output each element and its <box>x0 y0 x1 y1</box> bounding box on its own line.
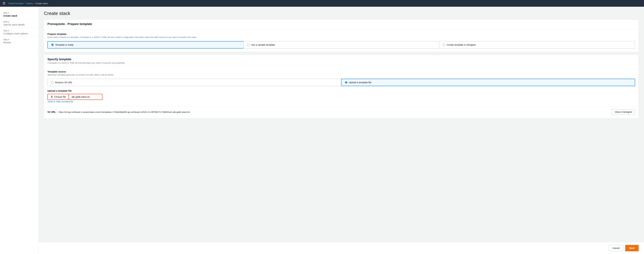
file-name-display: alb-gwlb-stack.txt <box>69 94 102 100</box>
page-title: Create stack <box>44 11 639 16</box>
step-2-label: Step 2 <box>3 21 35 23</box>
template-ready-radio[interactable] <box>51 44 54 46</box>
breadcrumb-sep-1: › <box>25 2 25 5</box>
breadcrumb-stacks[interactable]: Stacks <box>26 2 33 5</box>
sidebar: Step 1 Create stack Step 2 Specify stack… <box>0 7 38 254</box>
step-3-title: Configure stack options <box>3 32 35 35</box>
step-1-title: Create stack <box>3 15 35 17</box>
amazon-s3-label: Amazon S3 URL <box>55 81 72 84</box>
amazon-s3-radio[interactable] <box>51 81 54 84</box>
upload-file-label: Upload a template file <box>349 81 372 84</box>
designer-template-label: Create template in Designer <box>447 44 476 46</box>
view-in-designer-button[interactable]: View in Designer <box>612 109 635 115</box>
breadcrumb-cloudformation[interactable]: CloudFormation <box>8 2 24 5</box>
choose-file-button[interactable]: Choose file <box>48 94 69 100</box>
svg-rect-0 <box>51 97 53 97</box>
step-3-label: Step 3 <box>3 30 35 32</box>
template-source-row: Amazon S3 URL Upload a template file <box>48 79 635 86</box>
sample-template-label: Use a sample template <box>251 44 275 46</box>
cancel-button[interactable]: Cancel <box>609 245 623 251</box>
upload-icon <box>50 95 53 98</box>
next-button[interactable]: Next <box>625 245 639 251</box>
step-4-title: Review <box>3 41 35 44</box>
template-source-desc: Selecting a template generates an Amazon… <box>48 74 635 76</box>
breadcrumb: CloudFormation › Stacks › Create stack <box>8 2 48 5</box>
specify-template-card: Specify template A template is a JSON or… <box>44 55 639 118</box>
sidebar-step-4[interactable]: Step 4 Review <box>0 37 38 46</box>
upload-section: Upload a template file Choose file a <box>48 89 635 103</box>
specify-template-body: Template source Selecting a template gen… <box>44 67 638 118</box>
prepare-template-desc: Every stack is based on a template. A te… <box>48 36 635 38</box>
prerequisite-heading: Prerequisite - Prepare template <box>48 22 635 26</box>
sidebar-step-1[interactable]: Step 1 Create stack <box>0 10 38 19</box>
footer: Cancel Next <box>38 242 644 254</box>
specify-template-heading: Specify template <box>48 58 635 61</box>
amazon-s3-option[interactable]: Amazon S3 URL <box>48 79 341 86</box>
upload-section-title: Upload a template file <box>48 89 635 92</box>
sidebar-step-3[interactable]: Step 3 Configure stack options <box>0 28 38 37</box>
s3-url-label: S3 URL: <box>48 111 56 113</box>
file-input-row: Choose file alb-gwlb-stack.txt <box>48 94 635 100</box>
choose-file-label: Choose file <box>54 95 66 98</box>
specify-template-desc: A template is a JSON or YAML file that d… <box>48 62 635 64</box>
s3-url-value: https://s3.ap-northeast-1.amazonaws.com/… <box>58 111 610 113</box>
template-option-group: Template is ready Use a sample template … <box>48 41 635 49</box>
upload-file-option[interactable]: Upload a template file <box>341 79 635 86</box>
step-4-label: Step 4 <box>3 38 35 41</box>
specify-template-header: Specify template A template is a JSON or… <box>44 55 638 67</box>
sidebar-step-2[interactable]: Step 2 Specify stack details <box>0 19 38 28</box>
upload-file-radio[interactable] <box>345 81 348 84</box>
breadcrumb-current: Create stack <box>36 2 48 5</box>
prepare-template-title: Prepare template <box>48 33 635 35</box>
template-source-title: Template source <box>48 70 635 73</box>
template-ready-option[interactable]: Template is ready <box>48 41 244 49</box>
upload-hint: JSON or YAML formatted file <box>48 100 635 103</box>
designer-template-option[interactable]: Create template in Designer <box>439 41 635 49</box>
designer-template-radio[interactable] <box>443 44 445 46</box>
prerequisite-body: Prepare template Every stack is based on… <box>44 29 638 52</box>
sample-template-option[interactable]: Use a sample template <box>244 41 439 49</box>
template-ready-label: Template is ready <box>55 44 74 46</box>
menu-icon[interactable]: ☰ <box>3 2 5 5</box>
prerequisite-card: Prerequisite - Prepare template Prepare … <box>44 20 639 52</box>
sample-template-radio[interactable] <box>247 44 250 46</box>
breadcrumb-sep-2: › <box>34 2 34 5</box>
s3-url-row: S3 URL: https://s3.ap-northeast-1.amazon… <box>48 106 635 115</box>
step-1-label: Step 1 <box>3 12 35 14</box>
prerequisite-header: Prerequisite - Prepare template <box>44 20 638 29</box>
step-2-title: Specify stack details <box>3 23 35 26</box>
